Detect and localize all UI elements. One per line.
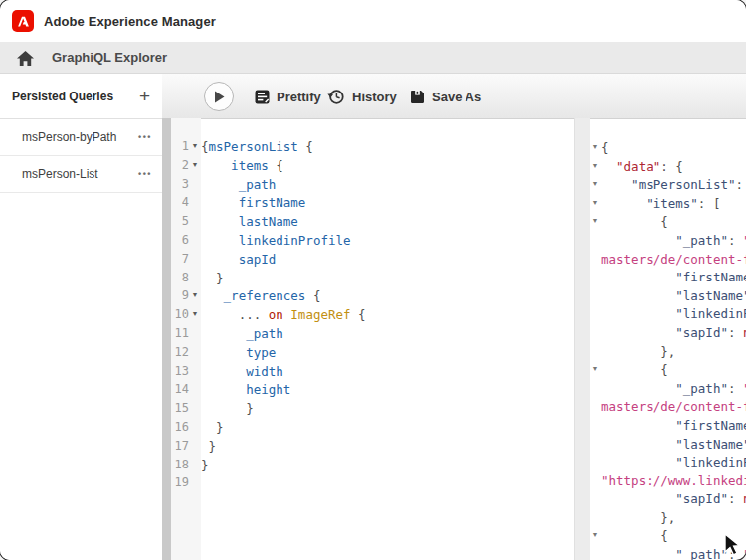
history-button[interactable]: History bbox=[327, 88, 397, 105]
line-number: 5 bbox=[171, 213, 189, 228]
adobe-logo-icon bbox=[12, 10, 34, 32]
fold-spacer bbox=[189, 194, 201, 198]
history-label: History bbox=[352, 90, 397, 104]
code-text: } bbox=[201, 419, 224, 438]
result-line: "https://www.linkedin.com/in/max-musterm… bbox=[589, 472, 746, 491]
mouse-cursor-icon bbox=[723, 533, 746, 560]
line-number: 19 bbox=[171, 474, 189, 489]
line-number: 10 bbox=[171, 306, 189, 321]
fold-spacer bbox=[189, 325, 201, 329]
query-editor-lines: 1▼{msPersonList {2▼ items {3 _path4 firs… bbox=[171, 138, 574, 493]
add-query-button[interactable]: + bbox=[139, 87, 150, 105]
code-text: _path bbox=[201, 325, 283, 344]
persisted-queries-title: Persisted Queries bbox=[12, 90, 139, 103]
result-line: "lastName": "Mueller", bbox=[589, 287, 746, 306]
code-line: 12 type bbox=[171, 344, 574, 363]
line-number: 7 bbox=[171, 251, 189, 266]
fold-arrow-icon[interactable]: ▼ bbox=[589, 158, 601, 169]
line-number: 4 bbox=[171, 194, 189, 209]
result-line: }, bbox=[589, 509, 746, 528]
code-text: lastName bbox=[201, 213, 298, 232]
query-item-label: msPerson-List bbox=[22, 167, 138, 181]
code-line: 4 firstName bbox=[171, 194, 574, 213]
code-line: 13 width bbox=[171, 363, 574, 382]
code-line: 2▼ items { bbox=[171, 157, 574, 176]
fold-arrow-icon[interactable]: ▼ bbox=[589, 527, 601, 538]
results-pane[interactable]: ▼{▼ "data": {▼ "msPersonList": {▼ "items… bbox=[589, 139, 746, 560]
history-clock-icon bbox=[327, 89, 345, 105]
fold-spacer bbox=[589, 269, 601, 273]
code-text: type bbox=[201, 344, 276, 363]
code-line: 14 height bbox=[171, 381, 574, 400]
code-text: {msPersonList { bbox=[201, 138, 313, 157]
save-floppy-icon bbox=[410, 90, 425, 104]
save-as-button[interactable]: Save As bbox=[410, 88, 481, 105]
graphiql-explorer-window: Adobe Experience Manager GraphiQL Explor… bbox=[0, 0, 746, 560]
persisted-queries-header: Persisted Queries + bbox=[0, 74, 162, 119]
sidebar-editor-divider[interactable] bbox=[162, 118, 171, 560]
prettify-icon bbox=[255, 90, 270, 104]
code-text: "lastName": "Mustermann", bbox=[601, 436, 746, 455]
code-line: 9▼ _references { bbox=[171, 287, 574, 306]
more-options-icon[interactable]: ••• bbox=[138, 169, 152, 179]
code-text: { bbox=[601, 361, 668, 380]
result-line: ▼ "msPersonList": { bbox=[589, 176, 746, 195]
code-line: 10▼ ... on ImageRef { bbox=[171, 306, 574, 325]
fold-arrow-icon[interactable]: ▼ bbox=[189, 306, 201, 317]
editor-results-divider[interactable] bbox=[574, 118, 590, 560]
code-text: width bbox=[201, 363, 283, 382]
code-text: }, bbox=[601, 509, 675, 528]
execute-query-button[interactable] bbox=[204, 82, 234, 111]
code-text: firstName bbox=[201, 194, 305, 213]
sidebar-item-msperson-bypath[interactable]: msPerson-byPath ••• bbox=[0, 119, 162, 156]
code-text: items { bbox=[201, 157, 283, 176]
query-editor[interactable]: 1▼{msPersonList {2▼ items {3 _path4 firs… bbox=[171, 138, 574, 493]
line-number: 6 bbox=[171, 232, 189, 247]
code-text: linkedinProfile bbox=[201, 232, 351, 251]
fold-spacer bbox=[189, 438, 201, 442]
code-text: "msPersonList": { bbox=[601, 176, 746, 195]
fold-spacer bbox=[189, 176, 201, 180]
result-line: "_path": "/content/dam/sap- bbox=[589, 380, 746, 399]
fold-arrow-icon[interactable]: ▼ bbox=[189, 157, 201, 168]
sidebar-item-msperson-list[interactable]: msPerson-List ••• bbox=[0, 156, 162, 193]
fold-spacer bbox=[589, 417, 601, 421]
more-options-icon[interactable]: ••• bbox=[138, 132, 152, 142]
line-number: 11 bbox=[171, 325, 189, 340]
code-line: 5 lastName bbox=[171, 213, 574, 232]
fold-arrow-icon[interactable]: ▼ bbox=[589, 176, 601, 187]
page-title: GraphiQL Explorer bbox=[52, 50, 167, 65]
code-text: "firstName": "Anna", bbox=[601, 269, 746, 287]
home-icon[interactable] bbox=[17, 50, 35, 66]
fold-spacer bbox=[189, 381, 201, 385]
result-line: masters/de/content-fragments/max-musterm… bbox=[589, 398, 746, 417]
fold-spacer bbox=[589, 343, 601, 347]
code-text: "items": [ bbox=[601, 195, 720, 214]
fold-arrow-icon[interactable]: ▼ bbox=[589, 361, 601, 372]
prettify-button[interactable]: Prettify bbox=[255, 88, 321, 105]
code-text: "_path": "/content/dam/sap- bbox=[601, 232, 746, 251]
fold-arrow-icon[interactable]: ▼ bbox=[189, 287, 201, 298]
result-line: "firstName": "Anna", bbox=[589, 269, 746, 287]
fold-arrow-icon[interactable]: ▼ bbox=[189, 138, 201, 149]
fold-spacer bbox=[189, 251, 201, 255]
code-text: } bbox=[201, 438, 216, 457]
fold-spacer bbox=[589, 398, 601, 402]
fold-arrow-icon[interactable]: ▼ bbox=[589, 195, 601, 206]
fold-arrow-icon[interactable]: ▼ bbox=[589, 213, 601, 224]
fold-arrow-icon[interactable]: ▼ bbox=[589, 139, 601, 150]
fold-spacer bbox=[589, 490, 601, 494]
persisted-queries-panel: Persisted Queries + msPerson-byPath ••• … bbox=[0, 74, 162, 560]
fold-spacer bbox=[189, 213, 201, 217]
line-number: 2 bbox=[171, 157, 189, 172]
code-text: ... on ImageRef { bbox=[201, 306, 366, 325]
code-line: 18} bbox=[171, 457, 574, 475]
fold-spacer bbox=[189, 400, 201, 404]
graphiql-toolbar: Prettify History Save As bbox=[162, 74, 746, 119]
prettify-label: Prettify bbox=[277, 90, 321, 104]
line-number: 8 bbox=[171, 270, 189, 284]
line-number: 18 bbox=[171, 457, 189, 471]
code-text: masters/de/content-fragments/max-musterm… bbox=[601, 398, 746, 417]
code-line: 16 } bbox=[171, 419, 574, 438]
code-line: 7 sapId bbox=[171, 251, 574, 270]
